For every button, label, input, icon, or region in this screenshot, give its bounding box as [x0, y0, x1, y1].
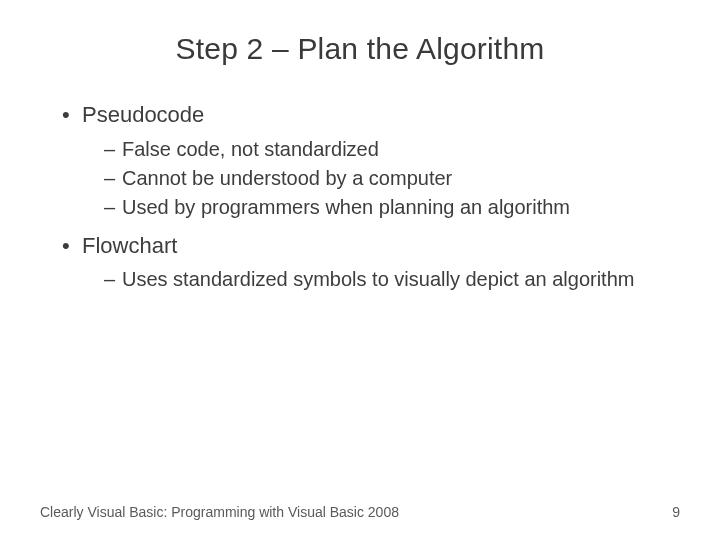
- sub-list: False code, not standardized Cannot be u…: [82, 136, 680, 221]
- list-item: Cannot be understood by a computer: [104, 165, 680, 192]
- list-item: Uses standardized symbols to visually de…: [104, 266, 680, 293]
- list-item: False code, not standardized: [104, 136, 680, 163]
- bullet-list: Pseudocode False code, not standardized …: [40, 100, 680, 293]
- slide-title: Step 2 – Plan the Algorithm: [40, 32, 680, 66]
- list-item: Flowchart Uses standardized symbols to v…: [62, 231, 680, 294]
- sub-list: Uses standardized symbols to visually de…: [82, 266, 680, 293]
- footer-source: Clearly Visual Basic: Programming with V…: [40, 504, 399, 520]
- slide-footer: Clearly Visual Basic: Programming with V…: [40, 504, 680, 520]
- bullet-label: Pseudocode: [82, 102, 204, 127]
- list-item: Pseudocode False code, not standardized …: [62, 100, 680, 221]
- page-number: 9: [672, 504, 680, 520]
- list-item: Used by programmers when planning an alg…: [104, 194, 680, 221]
- bullet-label: Flowchart: [82, 233, 177, 258]
